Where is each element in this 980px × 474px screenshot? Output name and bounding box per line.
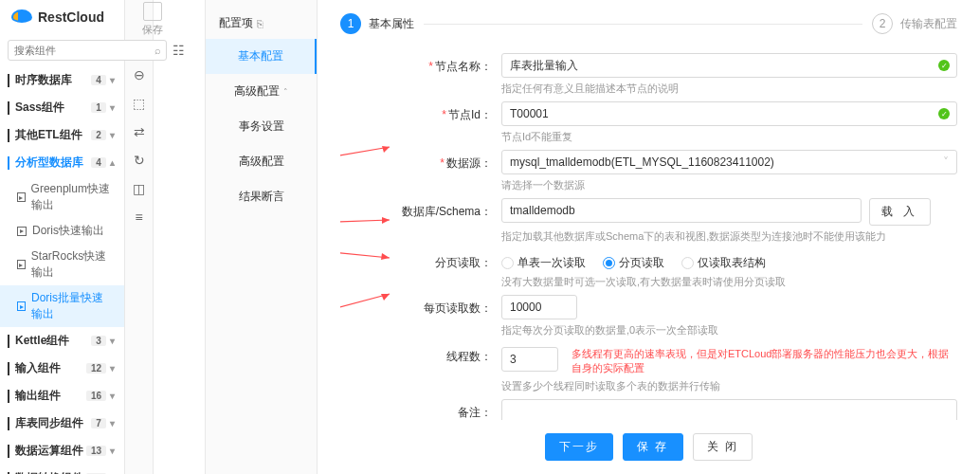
label-threads: 线程数 bbox=[446, 350, 481, 363]
nav-group[interactable]: 库表同步组件7▾ bbox=[0, 410, 124, 437]
save-label: 保存 bbox=[142, 23, 163, 37]
svg-marker-1 bbox=[382, 146, 390, 153]
load-button[interactable]: 载 入 bbox=[869, 198, 931, 226]
settings-icon[interactable]: ≡ bbox=[131, 209, 148, 226]
select-icon[interactable]: ◫ bbox=[131, 180, 148, 197]
config-tab-transaction[interactable]: 事务设置 bbox=[206, 109, 317, 144]
input-remark[interactable] bbox=[501, 399, 957, 420]
close-button[interactable]: 关 闭 bbox=[693, 433, 753, 461]
warn-threads: 多线程有更高的速率表现，但是对ETCLoud部署服务器的性能压力也会更大，根据自… bbox=[572, 347, 957, 375]
config-tab-assert[interactable]: 结果断言 bbox=[206, 179, 317, 214]
nav-subitem[interactable]: ▸Doris快速输出 bbox=[0, 218, 124, 244]
radio-single[interactable]: 单表一次读取 bbox=[501, 255, 586, 271]
config-main: 1 基本属性 2 传输表配置 *节点名称： ✓ 指定任何有意义且能描述本节点的说… bbox=[318, 0, 980, 474]
save-area[interactable]: 保存 bbox=[142, 2, 163, 37]
next-button[interactable]: 下一步 bbox=[545, 433, 613, 461]
config-sidebar: 配置项 ⎘ 基本配置 高级配置˄ 事务设置 高级配置 结果断言 bbox=[206, 0, 318, 474]
logo: RestCloud bbox=[0, 0, 124, 34]
label-node-name: 节点名称 bbox=[435, 60, 481, 73]
chevron-up-icon: ˄ bbox=[283, 87, 288, 97]
hint-node-name: 指定任何有意义且能描述本节点的说明 bbox=[501, 82, 957, 96]
component-nav: 时序数据库4▾Sass组件1▾其他ETL组件2▾分析型数据库4▴▸Greenpl… bbox=[0, 66, 124, 474]
nav-group[interactable]: 数据运算组件13▾ bbox=[0, 437, 124, 465]
label-paging: 分页读取 bbox=[435, 256, 481, 269]
label-node-id: 节点Id bbox=[448, 108, 481, 121]
save-button[interactable]: 保 存 bbox=[623, 433, 682, 461]
svg-marker-3 bbox=[382, 217, 390, 224]
nav-group[interactable]: Kettle组件3▾ bbox=[0, 327, 124, 355]
svg-line-2 bbox=[340, 220, 390, 224]
input-page-size[interactable] bbox=[501, 295, 577, 319]
nav-group[interactable]: 其他ETL组件2▾ bbox=[0, 121, 124, 149]
hint-threads: 设置多少个线程同时读取多个表的数据并行传输 bbox=[501, 379, 957, 393]
step-connector bbox=[424, 24, 862, 25]
label-schema: 数据库/Schema bbox=[402, 205, 481, 218]
step-1[interactable]: 1 基本属性 bbox=[340, 13, 414, 34]
svg-line-0 bbox=[340, 147, 390, 160]
input-node-name[interactable] bbox=[501, 53, 957, 78]
check-icon: ✓ bbox=[938, 108, 950, 119]
shuffle-icon[interactable]: ⇄ bbox=[131, 123, 148, 140]
config-modal: 配置项 ⎘ 基本配置 高级配置˄ 事务设置 高级配置 结果断言 1 基本属性 2… bbox=[205, 0, 980, 474]
logo-icon bbox=[11, 9, 32, 25]
copy-icon[interactable]: ⎘ bbox=[257, 18, 263, 29]
step-2[interactable]: 2 传输表配置 bbox=[872, 13, 957, 34]
input-threads[interactable] bbox=[501, 347, 558, 372]
nav-subitem[interactable]: ▸Doris批量快速输出 bbox=[0, 285, 124, 327]
hint-node-id: 节点Id不能重复 bbox=[501, 130, 957, 144]
left-sidebar: RestCloud ⌕ ☷ 时序数据库4▾Sass组件1▾其他ETL组件2▾分析… bbox=[0, 0, 125, 474]
nav-group[interactable]: 数据转换组件19▾ bbox=[0, 465, 124, 474]
brand-text: RestCloud bbox=[38, 9, 104, 25]
steps: 1 基本属性 2 传输表配置 bbox=[340, 13, 957, 34]
chevron-down-icon: ˅ bbox=[943, 155, 949, 169]
search-icon[interactable]: ⌕ bbox=[154, 45, 161, 56]
nav-group[interactable]: 时序数据库4▾ bbox=[0, 66, 124, 94]
form: *节点名称： ✓ 指定任何有意义且能描述本节点的说明 *节点Id： ✓ 节点Id… bbox=[340, 53, 957, 420]
hint-schema: 指定加载其他数据库或Schema下的表和视图,数据源类型为连接池时不能使用该能力 bbox=[501, 229, 957, 244]
save-icon bbox=[143, 2, 162, 21]
label-remark: 备注 bbox=[458, 406, 481, 419]
nav-group[interactable]: 分析型数据库4▴ bbox=[0, 149, 124, 176]
radio-paged[interactable]: 分页读取 bbox=[603, 255, 664, 271]
hint-paging: 没有大数据量时可选一次读取,有大数据量表时请使用分页读取 bbox=[501, 275, 957, 289]
modal-footer: 下一步 保 存 关 闭 bbox=[340, 420, 957, 474]
svg-marker-5 bbox=[381, 253, 390, 260]
list-toggle-icon[interactable]: ☷ bbox=[172, 43, 185, 58]
nav-group[interactable]: 输出组件16▾ bbox=[0, 382, 124, 410]
nav-group[interactable]: 输入组件12▾ bbox=[0, 355, 124, 382]
hint-page-size: 指定每次分页读取的数据量,0表示一次全部读取 bbox=[501, 323, 918, 337]
search-input[interactable] bbox=[8, 40, 167, 61]
label-datasource: 数据源 bbox=[446, 156, 481, 170]
fit-icon[interactable]: ⬚ bbox=[131, 95, 148, 112]
label-page-size: 每页读取数 bbox=[424, 301, 481, 315]
nav-group[interactable]: Sass组件1▾ bbox=[0, 94, 124, 121]
hint-datasource: 请选择一个数据源 bbox=[501, 178, 957, 192]
svg-line-6 bbox=[340, 294, 390, 315]
input-node-id[interactable] bbox=[501, 101, 957, 126]
check-icon: ✓ bbox=[938, 60, 950, 71]
canvas-toolbar: ⊕ ⊖ ⬚ ⇄ ↻ ◫ ≡ bbox=[125, 0, 154, 474]
redo-icon[interactable]: ↻ bbox=[131, 152, 148, 169]
radio-schema-only[interactable]: 仅读取表结构 bbox=[681, 255, 766, 271]
input-schema[interactable] bbox=[501, 198, 862, 223]
config-tab-basic[interactable]: 基本配置 bbox=[206, 39, 317, 74]
config-tab-advanced[interactable]: 高级配置˄ bbox=[206, 74, 317, 109]
zoom-out-icon[interactable]: ⊖ bbox=[131, 66, 148, 83]
config-tab-advanced2[interactable]: 高级配置 bbox=[206, 144, 317, 179]
svg-line-4 bbox=[340, 250, 390, 258]
config-title: 配置项 ⎘ bbox=[206, 8, 317, 39]
nav-subitem[interactable]: ▸Greenplum快速输出 bbox=[0, 176, 124, 218]
select-datasource[interactable]: mysql_tmalldemodb(ETL_MYSQL_116082341100… bbox=[501, 150, 957, 174]
nav-subitem[interactable]: ▸StarRocks快速输出 bbox=[0, 244, 124, 285]
svg-marker-7 bbox=[381, 294, 390, 301]
